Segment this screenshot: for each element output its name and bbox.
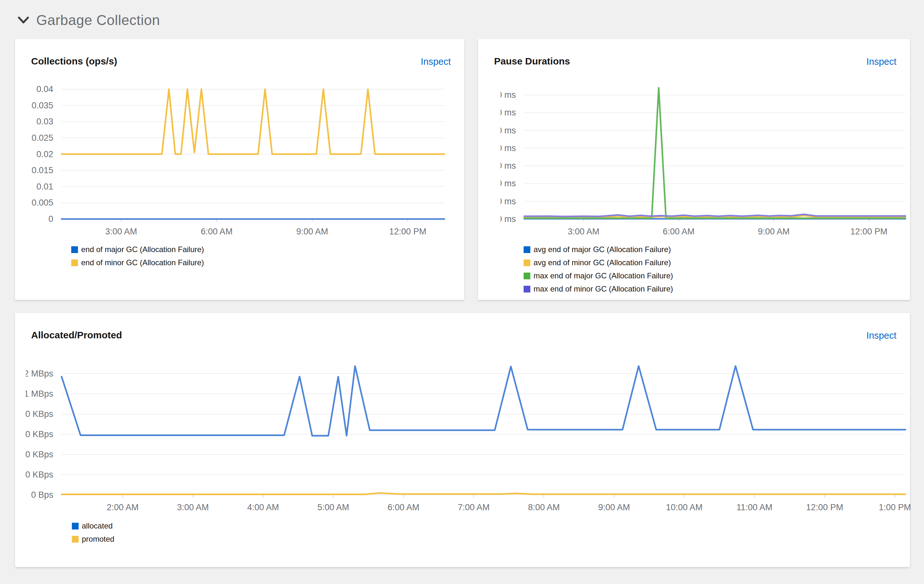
svg-text:0 ms: 0 ms	[500, 214, 516, 224]
svg-text:800 KBps: 800 KBps	[26, 409, 53, 419]
legend-label: promoted	[82, 535, 114, 544]
svg-text:400 KBps: 400 KBps	[26, 450, 53, 459]
legend-item: max end of minor GC (Allocation Failure)	[524, 285, 673, 293]
svg-text:3:00 AM: 3:00 AM	[568, 227, 599, 236]
legend-chip	[72, 523, 79, 530]
section-header: Garbage Collection	[18, 12, 160, 28]
legend-label: allocated	[82, 521, 112, 530]
svg-text:0.03: 0.03	[36, 117, 53, 127]
legend-item: avg end of major GC (Allocation Failure)	[524, 245, 673, 254]
legend-item: allocated	[72, 521, 114, 530]
svg-text:0.035: 0.035	[31, 101, 53, 110]
svg-text:6:00 AM: 6:00 AM	[663, 227, 695, 236]
svg-text:9:00 AM: 9:00 AM	[598, 503, 630, 512]
chart-legend: avg end of major GC (Allocation Failure)…	[524, 245, 673, 293]
chevron-down-icon[interactable]	[18, 16, 29, 24]
chart-legend: allocated promoted	[72, 521, 114, 544]
svg-text:80 ms: 80 ms	[500, 143, 516, 153]
legend-label: max end of minor GC (Allocation Failure)	[533, 285, 673, 293]
svg-text:8:00 AM: 8:00 AM	[528, 503, 560, 512]
svg-text:140 ms: 140 ms	[500, 90, 516, 100]
svg-text:60 ms: 60 ms	[500, 161, 516, 171]
inspect-link[interactable]: Inspect	[866, 56, 897, 67]
legend-chip	[524, 286, 530, 293]
legend-item: end of minor GC (Allocation Failure)	[71, 258, 204, 267]
svg-text:7:00 AM: 7:00 AM	[458, 503, 490, 512]
svg-text:0.025: 0.025	[31, 133, 53, 143]
svg-text:1:00 PM: 1:00 PM	[879, 503, 911, 512]
svg-text:20 ms: 20 ms	[500, 197, 516, 206]
legend-chip	[524, 273, 530, 279]
panel-allocated-promoted: Allocated/Promoted Inspect 0 Bps200 KBps…	[15, 313, 910, 567]
allocated-promoted-chart: 0 Bps200 KBps400 KBps600 KBps800 KBps1 M…	[26, 359, 911, 517]
svg-text:9:00 AM: 9:00 AM	[758, 227, 790, 236]
svg-text:100 ms: 100 ms	[500, 126, 516, 135]
garbage-collection-dashboard: Garbage Collection Collections (ops/s) I…	[0, 0, 924, 584]
legend-item: avg end of minor GC (Allocation Failure)	[524, 258, 673, 267]
svg-text:0.02: 0.02	[36, 150, 53, 159]
panel-title: Allocated/Promoted	[31, 330, 122, 341]
svg-text:40 ms: 40 ms	[500, 179, 516, 188]
svg-text:1 MBps: 1 MBps	[26, 389, 53, 399]
panel-collections: Collections (ops/s) Inspect 00.0050.010.…	[15, 39, 464, 300]
legend-label: end of minor GC (Allocation Failure)	[81, 258, 204, 267]
svg-text:200 KBps: 200 KBps	[26, 470, 53, 479]
chart-legend: end of major GC (Allocation Failure) end…	[71, 245, 204, 267]
collections-chart: 00.0050.010.0150.020.0250.030.0350.043:0…	[26, 82, 449, 237]
panel-pause-durations: Pause Durations Inspect 0 ms20 ms40 ms60…	[478, 39, 910, 300]
svg-text:9:00 AM: 9:00 AM	[297, 227, 328, 236]
pause-durations-chart: 0 ms20 ms40 ms60 ms80 ms100 ms120 ms140 …	[500, 82, 911, 237]
inspect-link[interactable]: Inspect	[421, 56, 451, 67]
legend-chip	[72, 536, 79, 543]
svg-text:600 KBps: 600 KBps	[26, 429, 53, 439]
svg-text:0: 0	[48, 214, 53, 224]
svg-text:2:00 AM: 2:00 AM	[107, 503, 139, 512]
svg-text:6:00 AM: 6:00 AM	[388, 503, 419, 512]
svg-text:0.04: 0.04	[36, 84, 53, 94]
svg-text:120 ms: 120 ms	[500, 108, 516, 117]
svg-text:12:00 PM: 12:00 PM	[389, 227, 426, 236]
legend-item: promoted	[72, 535, 114, 544]
svg-text:3:00 AM: 3:00 AM	[105, 227, 137, 236]
svg-text:0.015: 0.015	[31, 166, 53, 175]
legend-label: avg end of major GC (Allocation Failure)	[533, 245, 671, 254]
svg-text:12:00 PM: 12:00 PM	[851, 227, 888, 236]
legend-item: end of major GC (Allocation Failure)	[71, 245, 204, 254]
legend-chip	[71, 260, 78, 266]
section-title: Garbage Collection	[36, 12, 160, 28]
legend-label: avg end of minor GC (Allocation Failure)	[533, 258, 671, 267]
svg-text:6:00 AM: 6:00 AM	[201, 227, 233, 236]
legend-chip	[71, 246, 78, 253]
svg-text:1.2 MBps: 1.2 MBps	[26, 369, 53, 378]
svg-text:5:00 AM: 5:00 AM	[317, 503, 349, 512]
svg-text:10:00 AM: 10:00 AM	[666, 503, 703, 512]
svg-text:11:00 AM: 11:00 AM	[737, 503, 772, 512]
panel-title: Pause Durations	[494, 56, 570, 67]
svg-text:12:00 PM: 12:00 PM	[806, 503, 843, 512]
inspect-link[interactable]: Inspect	[866, 330, 897, 341]
svg-text:4:00 AM: 4:00 AM	[247, 503, 279, 512]
svg-text:0.01: 0.01	[36, 182, 53, 191]
legend-label: end of major GC (Allocation Failure)	[81, 245, 204, 254]
legend-chip	[524, 246, 530, 253]
svg-text:0 Bps: 0 Bps	[31, 490, 53, 500]
legend-item: max end of major GC (Allocation Failure)	[524, 271, 673, 280]
svg-text:0.005: 0.005	[31, 198, 53, 207]
svg-text:3:00 AM: 3:00 AM	[177, 503, 209, 512]
legend-label: max end of major GC (Allocation Failure)	[533, 271, 673, 280]
legend-chip	[524, 260, 530, 266]
panel-title: Collections (ops/s)	[31, 56, 117, 67]
